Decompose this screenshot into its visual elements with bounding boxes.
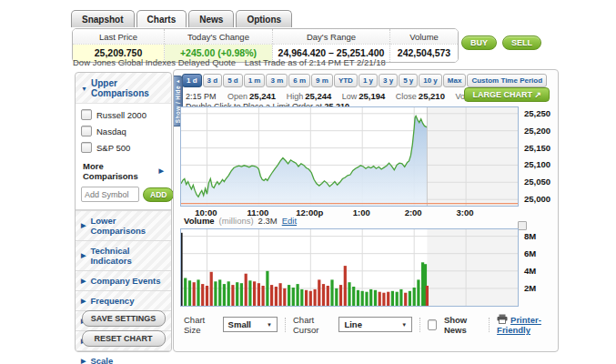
time-tick-label: 2:00	[393, 207, 433, 217]
section-label: Scale	[90, 356, 113, 364]
open-value: 25,241	[249, 91, 276, 101]
printer-icon	[497, 314, 508, 324]
chart-controls-row: Chart Size Small ▼ Chart Cursor Line ▼ S…	[184, 314, 558, 335]
chevron-right-icon: ▶	[159, 167, 164, 175]
buy-button[interactable]: BUY	[461, 35, 497, 50]
comparison-label: S&P 500	[96, 143, 130, 153]
chevron-right-icon: ▶	[81, 222, 86, 229]
price-area-chart	[181, 107, 518, 206]
arrow-up-right-icon: ↗	[534, 90, 541, 99]
chart-cursor-value: Line	[344, 319, 362, 329]
sidebar-item-frequency[interactable]: ▶Frequency	[76, 290, 171, 310]
tab-snapshot[interactable]: Snapshot	[71, 10, 135, 27]
sidebar-item-technical-indicators[interactable]: ▶Technical Indicators	[76, 240, 171, 270]
tab-options[interactable]: Options	[236, 10, 292, 27]
add-symbol-input[interactable]	[81, 187, 139, 202]
collapse-arrow-icon: ◂	[177, 78, 179, 85]
chevron-right-icon: ▶	[81, 298, 86, 305]
chart-size-select[interactable]: Small ▼	[223, 317, 278, 332]
range-button-max[interactable]: Max	[443, 74, 467, 87]
chevron-right-icon: ▶	[81, 358, 86, 364]
sidebar-item-upper-comparisons[interactable]: ▼ Upper Comparisons	[76, 73, 171, 103]
more-comparisons-label: More Comparisons	[83, 161, 159, 181]
volume-title: Volume	[184, 216, 215, 226]
range-button-5-d[interactable]: 5 d	[223, 74, 243, 87]
price-tick-label: 25,050	[524, 177, 550, 187]
volume-tick-label: 2M	[524, 283, 536, 293]
save-settings-button[interactable]: SAVE SETTINGS	[82, 310, 166, 327]
range-button-1-y[interactable]: 1 y	[358, 74, 378, 87]
range-button-5-y[interactable]: 5 y	[399, 74, 418, 87]
more-comparisons-link[interactable]: More Comparisons ▶	[81, 156, 166, 185]
chevron-right-icon: ▶	[81, 278, 86, 285]
section-label: Lower Comparisons	[90, 216, 166, 236]
section-label: Frequency	[90, 296, 134, 306]
range-button-10-y[interactable]: 10 y	[419, 74, 442, 87]
range-button-1-m[interactable]: 1 m	[244, 74, 266, 87]
large-chart-label: LARGE CHART	[472, 90, 532, 99]
chart-settings-sidebar: ▼ Upper Comparisons Russell 2000NasdaqS&…	[75, 72, 172, 352]
range-button-ytd[interactable]: YTD	[334, 74, 358, 87]
range-button-3-y[interactable]: 3 y	[379, 74, 398, 87]
open-label: Open	[227, 92, 247, 101]
tab-charts[interactable]: Charts	[136, 10, 187, 27]
price-tick-label: 25,200	[524, 126, 550, 136]
range-button-3-m[interactable]: 3 m	[266, 74, 288, 87]
close-value: 25,210	[419, 91, 445, 101]
checkbox-icon[interactable]	[81, 142, 92, 153]
chart-cursor-label: Chart Cursor	[293, 315, 331, 335]
tab-bar: SnapshotChartsNewsOptions	[71, 10, 292, 27]
chart-size-value: Small	[228, 319, 251, 329]
range-button-3-d[interactable]: 3 d	[203, 74, 223, 87]
large-chart-button[interactable]: LARGE CHART ↗	[464, 87, 550, 102]
printer-friendly-link[interactable]: Printer-Friendly	[497, 314, 558, 335]
comparison-row-s-p-500[interactable]: S&P 500	[81, 139, 166, 156]
price-tick-label: 25,250	[524, 108, 550, 118]
sell-button[interactable]: SELL	[502, 35, 541, 50]
add-symbol-button[interactable]: ADD	[143, 187, 174, 202]
price-chart-plot[interactable]	[180, 106, 519, 207]
last-trade-text: Last Trade as of 2:14 PM ET 2/21/18	[245, 57, 386, 67]
quote-column-header: Volume	[390, 29, 458, 45]
chart-cursor-select[interactable]: Line ▼	[338, 317, 412, 332]
reset-chart-button[interactable]: RESET CHART	[82, 330, 166, 347]
divider	[489, 318, 490, 332]
chevron-down-icon: ▼	[401, 322, 407, 328]
volume-chart-plot[interactable]	[180, 228, 519, 307]
chevron-right-icon: ▶	[81, 252, 86, 259]
chevron-down-icon: ▼	[267, 322, 272, 328]
section-label: Technical Indicators	[90, 246, 166, 266]
chart-panel: 1 d3 d5 d1 m3 m6 m9 mYTD1 y3 y5 y10 yMax…	[173, 69, 559, 352]
range-buttons: 1 d3 d5 d1 m3 m6 m9 mYTD1 y3 y5 y10 yMax…	[182, 74, 547, 87]
price-tick-label: 25,100	[524, 159, 550, 169]
stock-chart-page: SnapshotChartsNewsOptions Last Price25,2…	[0, 0, 616, 364]
range-button-1-d[interactable]: 1 d	[182, 74, 202, 87]
show-news-checkbox[interactable]	[428, 319, 437, 330]
sidebar-item-lower-comparisons[interactable]: ▶Lower Comparisons	[76, 210, 171, 240]
comparison-row-russell-2000[interactable]: Russell 2000	[81, 106, 166, 123]
sidebar-item-company-events[interactable]: ▶Company Events	[76, 270, 171, 290]
comparison-label: Russell 2000	[96, 110, 146, 120]
section-label: Company Events	[90, 276, 160, 286]
resize-handle-icon[interactable]	[518, 221, 527, 230]
time-tick-label: 1:00	[341, 207, 381, 217]
range-button-9-m[interactable]: 9 m	[311, 74, 333, 87]
volume-bar-chart	[181, 229, 518, 306]
divider	[285, 318, 286, 332]
time-tick-label: 3:00	[445, 207, 485, 217]
upper-comparisons-list: Russell 2000NasdaqS&P 500	[81, 106, 166, 156]
range-button-6-m[interactable]: 6 m	[288, 74, 310, 87]
sidebar-item-scale[interactable]: ▶Scale	[76, 350, 171, 364]
status-line: Dow Jones Global Indexes Delayed Quote L…	[73, 57, 386, 67]
low-value: 25,194	[358, 91, 385, 101]
comparison-row-nasdaq[interactable]: Nasdaq	[81, 123, 166, 139]
checkbox-icon[interactable]	[81, 126, 92, 136]
tab-news[interactable]: News	[188, 10, 234, 27]
checkbox-icon[interactable]	[81, 109, 92, 120]
quote-time: 2:15 PM	[186, 92, 217, 101]
section-label: Upper Comparisons	[91, 78, 166, 98]
sidebar-footer: SAVE SETTINGS RESET CHART	[76, 310, 171, 347]
custom-time-period-button[interactable]: Custom Time Period	[467, 74, 547, 87]
volume-edit-link[interactable]: Edit	[282, 216, 297, 226]
show-news-label: Show News	[444, 315, 481, 335]
